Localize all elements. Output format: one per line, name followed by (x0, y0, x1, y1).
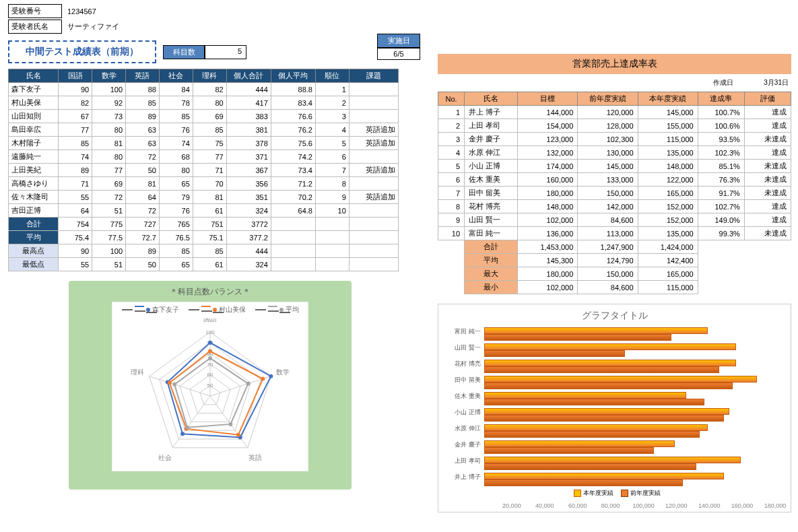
svg-point-27 (246, 382, 250, 386)
sales-row: 2上田 孝司154,000128,000155,000100.6%達成 (438, 119, 791, 133)
bar-xtick: 20,000 (502, 502, 521, 509)
sales-row: 9山田 賢一102,00084,600152,000149.0%達成 (438, 213, 791, 227)
svg-point-23 (236, 433, 240, 437)
bar-xtick: 80,000 (601, 502, 620, 509)
bar-segment (484, 327, 708, 334)
score-row: 森下友子9010088848244488.81 (9, 83, 399, 96)
score-header: 順位 (315, 69, 349, 83)
examinee-name-label: 受験者氏名 (8, 20, 62, 34)
bar-xtick: 180,000 (764, 502, 787, 509)
sales-row: 5小山 正博174,000145,000148,00085.1%未達成 (438, 160, 791, 173)
bar-segment (484, 457, 741, 463)
bar-category-label: 花村 博亮 (444, 360, 481, 368)
bar-segment (484, 383, 733, 389)
bar-category-label: 山田 賢一 (444, 343, 481, 352)
svg-text:英語: 英語 (248, 454, 262, 461)
bar-category-label: 金井 慶子 (444, 440, 481, 449)
bar-chart-card: グラフタイトル 富田 純一山田 賢一花村 博亮田中 留美佐木 重美小山 正博水原… (438, 304, 791, 512)
score-row: 高橋さゆり716981657035671.28 (9, 177, 399, 191)
sales-header: 目標 (518, 92, 578, 106)
bar-chart: 富田 純一山田 賢一花村 博亮田中 留美佐木 重美小山 正博水原 伸江金井 慶子… (484, 326, 778, 488)
score-row: 上田美紀897750807136773.47英語追加 (9, 164, 399, 177)
bar-category-label: 井上 博子 (444, 473, 481, 481)
svg-text:100: 100 (205, 329, 215, 335)
bar-chart-legend: 本年度実績 前年度実績 (444, 489, 785, 498)
score-header: 英語 (126, 69, 160, 83)
bar-category-label: 佐木 重美 (444, 392, 481, 401)
sales-summary-row: 合計1,453,0001,247,9001,424,000 (438, 240, 791, 254)
created-label: 作成日 (713, 79, 733, 86)
bar-segment (484, 408, 729, 415)
bar-segment (484, 376, 757, 383)
score-summary-row: 最高点90100898585444 (9, 244, 399, 258)
svg-text:50: 50 (207, 383, 213, 389)
bar-category-label: 田中 留美 (444, 376, 481, 385)
bar-segment (484, 447, 654, 454)
bar-segment (484, 343, 736, 350)
bar-xtick: 120,000 (665, 502, 688, 509)
sales-title: 営業部売上達成率表 (438, 54, 791, 74)
radar-chart-card: ＊科目点数バランス＊ 森下友子村山美保平均 国語数学英語社会理科50607080… (69, 281, 352, 490)
svg-line-8 (149, 376, 210, 396)
svg-text:数学: 数学 (276, 368, 290, 376)
sales-summary-row: 平均145,300124,790142,400 (438, 254, 791, 267)
score-header: 課題 (349, 69, 398, 83)
bar-xtick: 60,000 (568, 502, 587, 509)
sales-row: 10富田 純一136,000113,000135,00099.3%未達成 (438, 227, 791, 240)
score-header: 社会 (159, 69, 193, 83)
score-row: 木村陽子858163747537875.65英語追加 (9, 137, 399, 150)
bar-segment (484, 360, 736, 366)
sales-header: 達成率 (698, 92, 744, 106)
scores-table: 氏名国語数学英語社会理科個人合計個人平均順位課題 森下友子90100888482… (8, 69, 399, 271)
bar-segment (484, 479, 683, 486)
sales-header: 評価 (744, 92, 791, 106)
page-title: 中間テスト成績表（前期） (8, 40, 156, 63)
exec-date-value: 6/5 (377, 48, 420, 60)
bar-xtick: 140,000 (698, 502, 721, 509)
score-summary-row: 平均75.477.572.776.575.1377.2 (9, 231, 399, 244)
svg-point-19 (180, 432, 185, 436)
sales-table: No.氏名目標前年度実績本年度実績達成率評価 1井上 博子144,000120,… (438, 92, 791, 294)
svg-point-25 (168, 380, 172, 385)
score-row: 吉田正博645172766132464.810 (9, 204, 399, 218)
bar-segment (484, 350, 625, 357)
created-value: 3月31日 (764, 79, 789, 86)
svg-point-30 (172, 383, 176, 387)
subject-count-value: 5 (205, 45, 246, 59)
score-header: 理科 (193, 69, 226, 83)
subject-count-label: 科目数 (163, 45, 205, 59)
bar-category-label: 上田 孝司 (444, 457, 481, 465)
svg-text:70: 70 (207, 362, 213, 368)
examinee-name-value: サーティファイ (62, 20, 160, 33)
radar-chart: 森下友子村山美保平均 国語数学英語社会理科5060708090100 (112, 302, 308, 471)
score-header: 氏名 (9, 69, 59, 83)
score-row: 山田知則677389856938376.63 (9, 110, 399, 123)
svg-point-16 (208, 341, 212, 345)
score-row: 佐々木隆司557264798135170.29英語追加 (9, 191, 399, 204)
radar-title: ＊科目点数バランス＊ (74, 286, 346, 298)
score-summary-row: 合計7547757277657513772 (9, 218, 399, 231)
sales-row: 1井上 博子144,000120,000145,000100.7%達成 (438, 106, 791, 119)
exam-no-value: 1234567 (62, 6, 160, 17)
bar-segment (484, 366, 719, 373)
bar-xtick: 40,000 (535, 502, 554, 509)
bar-segment (484, 440, 675, 447)
score-header: 国語 (59, 69, 92, 83)
score-summary-row: 最低点5551506561324 (9, 258, 399, 271)
score-header: 個人平均 (271, 69, 315, 83)
sales-row: 6佐木 重美160,000133,000122,00076.3%未達成 (438, 173, 791, 187)
bar-category-label: 小山 正博 (444, 408, 481, 417)
bar-category-label: 水原 伸江 (444, 424, 481, 433)
bar-segment (484, 399, 704, 405)
sales-header: No. (438, 92, 465, 106)
sales-summary-row: 最大180,000150,000165,000 (438, 267, 791, 281)
bar-xtick: 100,000 (632, 502, 655, 509)
radar-legend: 森下友子村山美保平均 (112, 305, 308, 314)
sales-summary-row: 最小102,00084,600115,000 (438, 281, 791, 294)
sales-row: 8花村 博亮148,000142,000152,000102.7%達成 (438, 200, 791, 213)
sales-header: 本年度実績 (638, 92, 698, 106)
bar-segment (484, 424, 708, 431)
exec-date-label: 実施日 (377, 34, 420, 48)
exam-no-label: 受験番号 (8, 4, 62, 18)
svg-text:国語: 国語 (203, 319, 217, 323)
